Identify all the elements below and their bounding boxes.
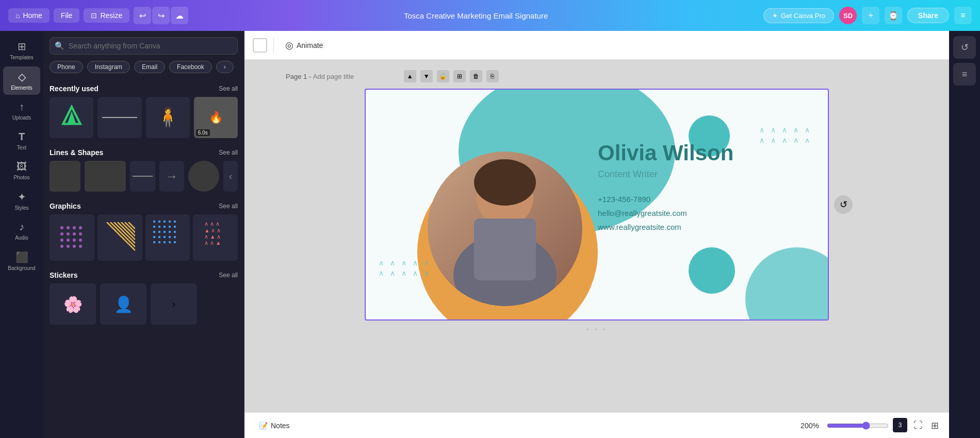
notes-button[interactable]: 📝 Notes — [253, 418, 296, 433]
sidebar-item-audio[interactable]: ♪ Audio — [3, 217, 40, 245]
graphics-see-all[interactable]: See all — [219, 203, 238, 210]
sidebar-label-uploads: Uploads — [12, 115, 31, 121]
flame-icon: 🔥 — [209, 111, 223, 124]
canvas-container: ∧∧∧∧∧ ∧∧∧∧∧ Olivia Wilson Content Writer… — [365, 89, 829, 321]
svg-rect-18 — [174, 226, 176, 228]
sidebar-item-text[interactable]: T Text — [3, 127, 40, 155]
chevrons-bottom-left: ∧∧∧∧∧ ∧∧∧∧∧ — [376, 259, 432, 278]
resize-dots: • • • — [586, 326, 607, 333]
magic-resize-button[interactable]: ↺ — [953, 36, 976, 59]
search-wrapper: 🔍 — [50, 37, 238, 55]
svg-rect-16 — [164, 226, 166, 228]
graphic-dots-purple[interactable] — [50, 214, 94, 261]
sidebar-item-photos[interactable]: 🖼 Photos — [3, 157, 40, 184]
shape-arrow[interactable]: → — [159, 161, 185, 192]
filter-facebook[interactable]: Facebook — [169, 61, 212, 73]
canvas-viewport[interactable]: Page 1 - ▲ ▼ 🔒 ⊞ 🗑 ⎘ — [244, 60, 949, 412]
svg-rect-21 — [164, 231, 166, 233]
sidebar-item-templates[interactable]: ⊞ Templates — [3, 36, 40, 64]
filter-instagram[interactable]: Instagram — [87, 61, 130, 73]
grid-view-button[interactable]: ⊞ — [929, 418, 941, 433]
page-grid[interactable]: ⊞ — [453, 70, 466, 82]
page-title-row: Page 1 - ▲ ▼ 🔒 ⊞ 🗑 ⎘ — [255, 70, 499, 82]
shape-square[interactable] — [50, 161, 80, 192]
sidebar-item-uploads[interactable]: ↑ Uploads — [3, 97, 40, 125]
refresh-button[interactable]: ↺ — [834, 195, 853, 214]
sidebar-label-elements: Elements — [11, 85, 32, 91]
animate-button[interactable]: ◎ Animate — [280, 37, 328, 54]
page-lock[interactable]: 🔒 — [437, 70, 449, 82]
home-button[interactable]: ⌂ Home — [8, 8, 50, 23]
recent-item-figure[interactable]: 🧍 — [146, 97, 190, 138]
lines-shapes-see-all[interactable]: See all — [219, 149, 238, 156]
page-title-input[interactable] — [313, 73, 400, 80]
share-button[interactable]: Share — [907, 8, 949, 23]
undo-button[interactable]: ↩ — [134, 7, 151, 24]
svg-point-41 — [474, 159, 536, 206]
stickers-see-all[interactable]: See all — [219, 272, 238, 279]
stickers-header: Stickers See all — [50, 266, 238, 283]
shape-line[interactable] — [130, 161, 155, 192]
cloud-save-button[interactable]: ☁ — [171, 7, 188, 24]
activity-button[interactable]: ⌚ — [885, 7, 902, 24]
sidebar-item-elements[interactable]: ◇ Elements — [3, 66, 40, 95]
sidebar-label-audio: Audio — [15, 235, 28, 241]
shape-rectangle[interactable] — [85, 161, 126, 192]
recent-item-line[interactable] — [97, 97, 141, 138]
home-icon: ⌂ — [15, 11, 20, 20]
resize-button[interactable]: ⊡ Resize — [84, 8, 129, 23]
svg-rect-31 — [164, 241, 166, 243]
fullscreen-button[interactable]: ⛶ — [911, 418, 925, 433]
filter-email[interactable]: Email — [134, 61, 165, 73]
sticker-head[interactable]: 👤 — [100, 283, 146, 325]
svg-rect-40 — [474, 218, 536, 280]
comments-button[interactable]: ≡ — [953, 63, 976, 86]
shape-circle[interactable] — [188, 161, 219, 192]
svg-text:∧ ∧ ∧: ∧ ∧ ∧ — [204, 221, 220, 227]
stickers-title: Stickers — [50, 271, 77, 279]
page-number-button[interactable]: 3 — [893, 418, 907, 432]
document-title: Tosca Creative Marketing Email Signature — [404, 11, 548, 20]
color-picker[interactable] — [253, 38, 267, 53]
filter-phone[interactable]: Phone — [50, 61, 83, 73]
recent-item-logo[interactable] — [50, 97, 93, 138]
svg-rect-17 — [169, 226, 171, 228]
file-button[interactable]: File — [54, 8, 80, 23]
graphic-diagonal-lines[interactable] — [97, 214, 142, 261]
graphic-dots-blue-grid[interactable] — [145, 214, 190, 261]
redo-button[interactable]: ↪ — [152, 7, 170, 24]
recently-used-see-all[interactable]: See all — [219, 85, 238, 92]
header: ⌂ Home File ⊡ Resize ↩ ↪ ☁ Tosca Creativ… — [0, 0, 980, 31]
page-trash[interactable]: 🗑 — [470, 70, 482, 82]
page-copy[interactable]: ⎘ — [486, 70, 499, 82]
design-canvas[interactable]: ∧∧∧∧∧ ∧∧∧∧∧ Olivia Wilson Content Writer… — [365, 89, 829, 321]
search-input[interactable] — [50, 37, 238, 55]
video-timestamp: 6.0s — [196, 129, 210, 136]
svg-rect-22 — [169, 231, 171, 233]
graphic-chevrons[interactable]: ∧ ∧ ∧ ▲ ∧ ∧ ∧ ▲ ∧ ∧ ∧ ▲ — [193, 214, 238, 261]
zoom-slider[interactable] — [827, 422, 889, 430]
get-canva-pro-button[interactable]: ✦ Get Canva Pro — [763, 8, 834, 23]
sticker-more[interactable]: › — [151, 283, 197, 325]
svg-rect-9 — [153, 221, 155, 223]
styles-icon: ✦ — [18, 191, 26, 203]
sidebar-item-styles[interactable]: ✦ Styles — [3, 187, 40, 215]
animate-icon: ◎ — [285, 40, 293, 51]
dots-grid-svg — [152, 220, 183, 256]
sticker-flowers[interactable]: 🌸 — [50, 283, 96, 325]
page-nav-up[interactable]: ▲ — [404, 70, 416, 82]
avatar[interactable]: SD — [839, 7, 857, 24]
recent-item-video[interactable]: 🔥 6.0s — [194, 97, 238, 138]
plus-button[interactable]: + — [862, 7, 879, 24]
filter-more[interactable]: › — [216, 61, 234, 73]
svg-rect-20 — [158, 231, 160, 233]
canvas-refresh-area: ↺ — [834, 195, 853, 214]
signature-text-area: Olivia Wilson Content Writer +123-456-78… — [598, 141, 807, 234]
hide-panel-button[interactable]: ‹ — [223, 161, 238, 192]
bottom-right-icons: 3 ⛶ ⊞ — [893, 418, 941, 433]
resize-handle[interactable]: • • • — [365, 323, 829, 337]
page-nav-down[interactable]: ▼ — [420, 70, 433, 82]
settings-button[interactable]: ≡ — [954, 7, 972, 24]
sidebar-item-background[interactable]: ⬛ Background — [3, 247, 40, 275]
svg-rect-11 — [164, 221, 166, 223]
